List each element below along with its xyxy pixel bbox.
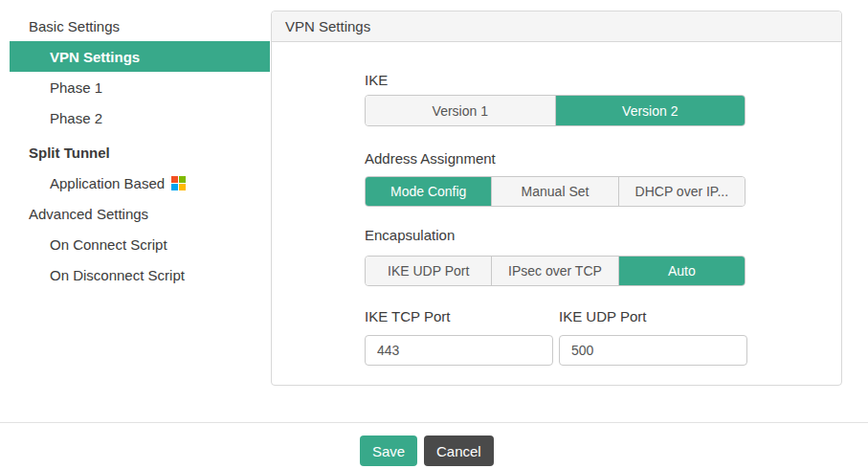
vpn-settings-panel: VPN Settings IKE Version 1 Version 2 Add… xyxy=(271,11,842,386)
encapsulation-section-label: Encapsulation xyxy=(365,227,455,243)
sidebar-item-basic-settings[interactable]: Basic Settings xyxy=(0,11,271,41)
windows-logo-icon xyxy=(171,176,186,190)
ike-version-2-option[interactable]: Version 2 xyxy=(556,96,746,125)
panel-header: VPN Settings xyxy=(272,11,841,42)
sidebar-item-on-disconnect-script[interactable]: On Disconnect Script xyxy=(0,259,271,290)
sidebar-item-advanced-settings[interactable]: Advanced Settings xyxy=(0,198,271,229)
ike-udp-port-label: IKE UDP Port xyxy=(559,308,646,324)
sidebar-item-phase-2[interactable]: Phase 2 xyxy=(0,102,271,133)
ike-version-1-option[interactable]: Version 1 xyxy=(366,96,556,125)
ike-tcp-port-label: IKE TCP Port xyxy=(365,308,450,324)
sidebar-item-application-based[interactable]: Application Based xyxy=(0,168,271,198)
sidebar-item-vpn-settings[interactable]: VPN Settings xyxy=(10,41,270,72)
ike-udp-port-input[interactable] xyxy=(559,335,747,366)
address-assignment-section-label: Address Assignment xyxy=(365,150,496,167)
address-assignment-segmented-control: Mode Config Manual Set DHCP over IP... xyxy=(365,176,746,207)
ipsec-over-tcp-option[interactable]: IPsec over TCP xyxy=(492,257,618,285)
encapsulation-segmented-control: IKE UDP Port IPsec over TCP Auto xyxy=(365,256,746,286)
ike-version-segmented-control: Version 1 Version 2 xyxy=(365,95,746,126)
manual-set-option[interactable]: Manual Set xyxy=(492,177,618,206)
ike-section-label: IKE xyxy=(365,72,388,88)
dhcp-over-ipsec-option[interactable]: DHCP over IP... xyxy=(619,177,745,206)
auto-option[interactable]: Auto xyxy=(619,257,745,285)
panel-title: VPN Settings xyxy=(285,18,370,34)
sidebar-item-on-connect-script[interactable]: On Connect Script xyxy=(0,229,271,259)
sidebar-item-label: Application Based xyxy=(50,175,165,191)
sidebar-item-split-tunnel[interactable]: Split Tunnel xyxy=(0,137,271,168)
ike-udp-port-option[interactable]: IKE UDP Port xyxy=(366,257,492,285)
footer-divider xyxy=(0,422,868,423)
sidebar-item-phase-1[interactable]: Phase 1 xyxy=(0,72,271,102)
ike-tcp-port-input[interactable] xyxy=(365,335,553,366)
settings-sidebar: Basic Settings VPN Settings Phase 1 Phas… xyxy=(0,11,271,290)
mode-config-option[interactable]: Mode Config xyxy=(366,177,492,206)
save-button[interactable]: Save xyxy=(360,436,417,466)
cancel-button[interactable]: Cancel xyxy=(424,436,494,466)
